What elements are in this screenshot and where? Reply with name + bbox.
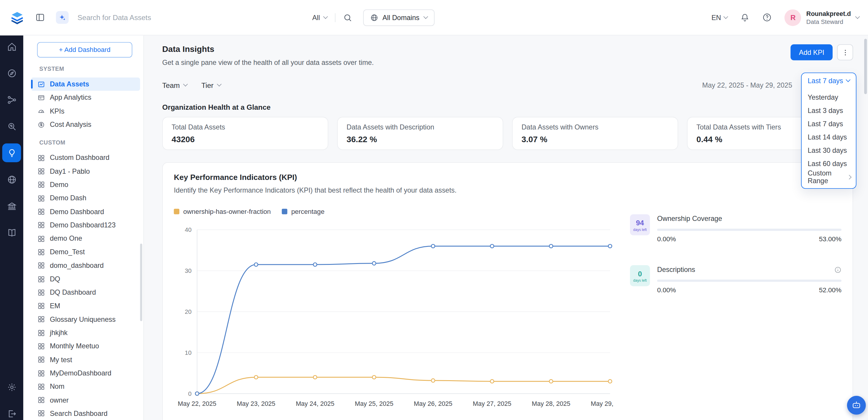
sidebar-item-label: domo_dashboard [50,262,104,269]
kebab-menu-button[interactable] [837,44,853,60]
page-subtitle: Get a single pane view of the health of … [162,59,374,66]
sidebar-item-label: Cost Analysis [50,121,91,128]
range-option[interactable]: Custom Range [802,171,856,184]
progress-main: Ownership Coverage 0.00% 53.00% [657,214,841,243]
user-name: Rounakpreet.d [806,10,851,17]
sidebar-item-custom-dashboard[interactable]: Nom [31,380,140,393]
search-input[interactable] [78,13,305,22]
info-icon[interactable] [834,266,841,273]
sidebar-item-label: owner [50,396,69,404]
date-range-menu: Yesterday Last 3 days Last 7 days Last 1… [802,91,856,184]
days-left-value: 0 [638,269,642,277]
chevron-down-icon [217,82,221,86]
range-option-label: Last 30 days [808,147,847,154]
sidebar-item-custom-dashboard[interactable]: MyDemoDashboard [31,366,140,380]
days-left-value: 94 [636,218,644,227]
sidebar-item-custom-dashboard[interactable]: Demo_Test [31,245,140,259]
add-kpi-button[interactable]: Add KPI [791,44,833,60]
kpi-section-card: Key Performance Indicators (KPI) Identif… [162,162,853,420]
sidebar-item-custom-dashboard[interactable]: jhkjhk [31,326,140,340]
add-dashboard-button[interactable]: + Add Dashboard [37,42,132,58]
sidebar-item-custom-dashboard[interactable]: Demo Dashboard123 [31,218,140,232]
search-icon[interactable] [343,13,352,22]
ai-assistant-icon[interactable] [56,11,69,24]
sidebar-item-label: DQ [50,275,60,283]
kpi-progress-row: 94 days left Ownership Coverage 0.00% 53… [630,214,841,243]
sidebar-item-label: Nom [50,383,65,390]
sidebar-item-custom-dashboard[interactable]: DQ Dashboard [31,286,140,299]
date-range-selected: Last 7 days [808,77,843,84]
sidebar-item-custom-dashboard[interactable]: Demo Dashboard [31,205,140,218]
range-option[interactable]: Last 14 days [802,131,856,144]
sidebar-item-custom-dashboard[interactable]: Demo [31,178,140,192]
sidebar-item-custom-dashboard[interactable]: Glossary Uniqueness [31,313,140,326]
chevron-down-icon [724,14,728,19]
cost-analysis-icon [38,121,45,128]
sidebar-item-custom-dashboard[interactable]: demo One [31,232,140,245]
sidebar-collapse-icon[interactable] [35,13,45,22]
kpi-chart: 010203040May 22, 2025May 23, 2025May 24,… [174,218,614,412]
chevron-down-icon [323,14,328,19]
range-option-label: Last 14 days [808,133,847,141]
main-scrollbar[interactable] [864,39,867,94]
sidebar-item-app-analytics[interactable]: App Analytics [31,91,140,104]
sidebar-item-label: DQ Dashboard [50,289,96,296]
filter-row: Team Tier May 22, 2025 - May 29, 2025 [162,78,853,93]
notifications-bell-icon[interactable] [740,13,750,22]
data-assets-chart-icon [38,81,45,88]
svg-text:May 23, 2025: May 23, 2025 [237,400,276,407]
domains-globe-icon[interactable] [2,170,21,189]
tier-filter-dropdown[interactable]: Tier [202,81,221,89]
search-scope-dropdown[interactable]: All [312,13,328,21]
settings-gear-icon[interactable] [2,378,21,396]
explore-compass-icon[interactable] [2,64,21,83]
range-option[interactable]: Yesterday [802,91,856,104]
dashboard-grid-icon [38,302,45,309]
team-filter-dropdown[interactable]: Team [162,81,187,89]
help-icon[interactable] [763,13,772,22]
domains-dropdown[interactable]: All Domains [363,9,434,26]
observability-icon[interactable] [2,117,21,136]
sidebar-item-custom-dashboard[interactable]: Custom Dashboard [31,151,140,165]
sidebar-item-custom-dashboard[interactable]: owner [31,393,140,407]
language-dropdown[interactable]: EN [711,13,727,21]
sidebar-item-custom-dashboard[interactable]: domo_dashboard [31,259,140,272]
home-icon[interactable] [2,37,21,56]
legend-item[interactable]: ownership-has-owner-fraction [174,208,271,215]
legend-item[interactable]: percentage [282,208,325,215]
lineage-graph-icon[interactable] [2,90,21,109]
glance-card-label: Data Assets with Owners [522,124,669,131]
chat-assistant-button[interactable] [847,396,866,415]
range-option[interactable]: Last 60 days [802,157,856,171]
date-range-trigger[interactable]: Last 7 days [802,73,856,88]
sidebar-item-kpis[interactable]: KPIs [31,104,140,118]
date-range-dropdown: Last 7 days Yesterday Last 3 days Last 7… [801,72,857,189]
sidebar-item-custom-dashboard[interactable]: Demo Dash [31,192,140,205]
range-option-label: Last 3 days [808,107,843,115]
sidebar-item-custom-dashboard[interactable]: Day1 - Pablo [31,164,140,178]
app-logo-icon[interactable] [9,9,25,26]
range-option[interactable]: Last 7 days [802,117,856,131]
svg-text:10: 10 [185,349,191,356]
insights-lightbulb-icon[interactable] [2,143,21,162]
range-option[interactable]: Last 3 days [802,104,856,117]
sidebar-item-label: Data Assets [50,80,89,88]
sidebar-item-custom-dashboard[interactable]: Search Dashboard [31,407,140,420]
sidebar-item-custom-dashboard[interactable]: DQ [31,272,140,286]
sidebar-item-custom-dashboard[interactable]: My test [31,353,140,367]
sidebar-item-custom-dashboard[interactable]: EM [31,299,140,313]
sidebar-item-custom-dashboard[interactable]: Monthly Meetuo [31,339,140,353]
sidebar-item-label: jhkjhk [50,329,67,336]
sidebar-item-data-assets[interactable]: Data Assets [31,78,140,91]
govern-bank-icon[interactable] [2,197,21,215]
logout-icon[interactable] [2,404,21,420]
user-role: Data Steward [806,18,851,25]
glossary-book-icon[interactable] [2,223,21,242]
glance-card-label: Total Data Assets [172,124,319,131]
user-menu[interactable]: R Rounakpreet.d Data Steward [785,9,859,26]
range-option[interactable]: Last 30 days [802,144,856,157]
legend-swatch [174,209,179,214]
range-option-label: Custom Range [808,169,850,185]
sidebar-scrollbar[interactable] [140,244,143,321]
sidebar-item-cost-analysis[interactable]: Cost Analysis [31,118,140,131]
